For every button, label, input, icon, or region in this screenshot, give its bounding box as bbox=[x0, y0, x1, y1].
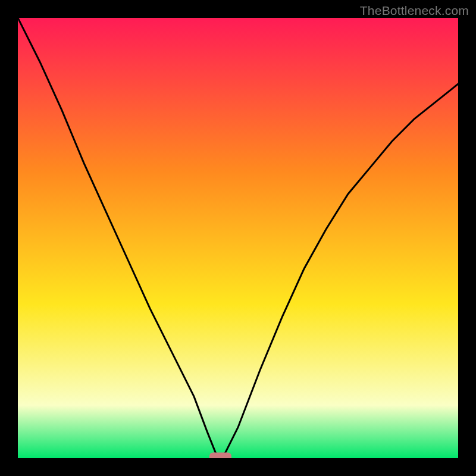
gradient-background bbox=[18, 18, 458, 458]
plot-area bbox=[18, 18, 458, 458]
chart-frame: TheBottleneck.com bbox=[0, 0, 476, 476]
watermark-text: TheBottleneck.com bbox=[360, 4, 469, 18]
chart-svg bbox=[18, 18, 458, 458]
optimal-marker bbox=[209, 453, 231, 458]
